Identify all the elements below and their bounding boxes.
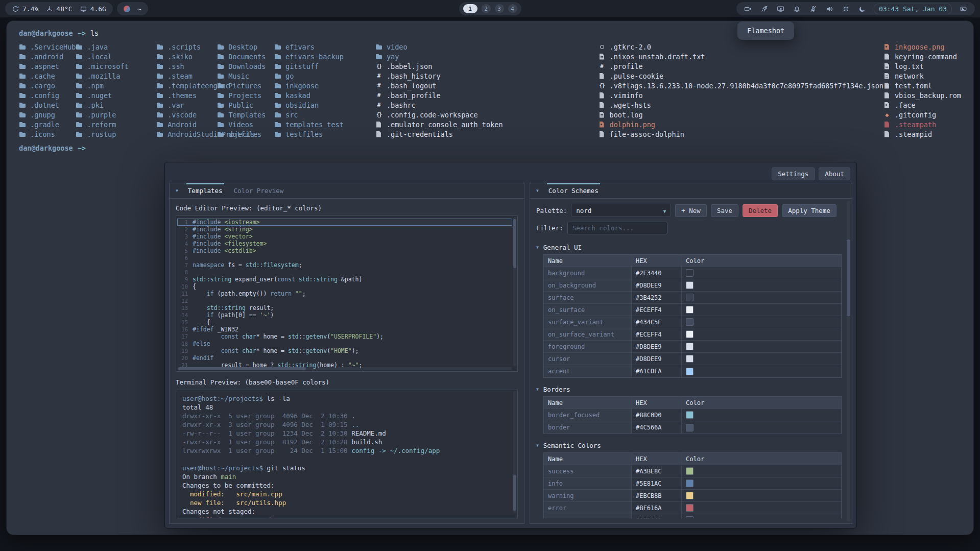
about-button[interactable]: About: [819, 167, 850, 180]
color-row[interactable]: info #5E81AC: [544, 477, 841, 490]
cpu-stat[interactable]: 7.4%: [12, 5, 38, 13]
line-number: 12: [177, 298, 193, 304]
column-header-name: Name: [544, 453, 632, 465]
color-swatch[interactable]: [686, 269, 694, 277]
file-item: .steampid: [883, 129, 961, 139]
color-row[interactable]: error #BF616A: [544, 502, 841, 514]
color-row[interactable]: on_surface_variant #ECEFF4: [544, 328, 841, 341]
temp-value: 48°C: [56, 5, 72, 13]
color-swatch[interactable]: [686, 355, 694, 363]
color-swatch[interactable]: [686, 467, 694, 475]
file-item: dotfiles: [217, 129, 274, 139]
scrollbar-thumb[interactable]: [513, 219, 516, 268]
vertical-scrollbar[interactable]: [513, 217, 516, 366]
color-row[interactable]: cursor #D8DEE9: [544, 353, 841, 365]
scrollbar-thumb[interactable]: [178, 367, 306, 370]
section-title: Borders: [543, 386, 570, 393]
color-row[interactable]: foreground #D8DEE9: [544, 341, 841, 353]
delete-button[interactable]: Delete: [743, 204, 778, 217]
section-header[interactable]: General UI: [536, 241, 846, 254]
table-header-row: Name HEX Color: [544, 453, 841, 465]
settings-button[interactable]: Settings: [772, 167, 815, 180]
new-button[interactable]: + New: [675, 204, 707, 217]
color-row[interactable]: surface #3B4252: [544, 292, 841, 304]
file-name: .ServiceHub: [30, 43, 76, 51]
palette-select[interactable]: nord: [571, 204, 671, 217]
workspace-button[interactable]: 4: [508, 4, 517, 13]
color-swatch[interactable]: [686, 330, 694, 338]
file-icon: [375, 121, 383, 128]
color-row[interactable]: background #2E3440: [544, 267, 841, 279]
screencast-icon[interactable]: [776, 4, 786, 14]
workspace-button[interactable]: 3: [495, 4, 504, 13]
color-swatch[interactable]: [686, 306, 694, 314]
tray-expand-icon[interactable]: [958, 4, 968, 14]
night-light-icon[interactable]: [857, 4, 868, 14]
tab-color-preview[interactable]: Color Preview: [232, 183, 285, 198]
camera-icon[interactable]: [743, 4, 753, 14]
file-name: vbios_backup.rom: [895, 91, 961, 100]
code-editor[interactable]: 1 #include <iostream> 2 #include <string…: [176, 215, 518, 372]
temp-stat[interactable]: 48°C: [45, 5, 72, 13]
vertical-scrollbar[interactable]: [513, 391, 516, 513]
clock[interactable]: 03:43 Sat, Jan 03: [874, 4, 952, 14]
file-item: .pki: [76, 100, 156, 110]
pane-collapse-icon[interactable]: [536, 188, 539, 193]
folder-icon: [217, 43, 224, 51]
apply-theme-button[interactable]: Apply Theme: [782, 204, 836, 217]
color-swatch[interactable]: [686, 411, 694, 419]
color-row[interactable]: on_success #2E3440: [544, 514, 841, 518]
color-row[interactable]: on_background #D8DEE9: [544, 279, 841, 292]
color-row[interactable]: accent #A1CDFA: [544, 365, 841, 377]
mic-off-icon[interactable]: [808, 4, 819, 14]
line-number: 9: [177, 276, 193, 282]
color-swatch[interactable]: [686, 294, 694, 301]
color-row[interactable]: border #4C566A: [544, 421, 841, 434]
tab-color-schemes[interactable]: Color Schemes: [547, 183, 600, 198]
scrollbar-thumb[interactable]: [513, 475, 516, 511]
file-name: .profile: [610, 62, 643, 70]
file-item: Public: [217, 100, 274, 110]
file-column: .gtkrc-2.0 .nixos-unstab.draft.txt .prof…: [599, 42, 883, 139]
terminal-window[interactable]: dan@darkgoose ~> ls .ServiceHub .android: [6, 20, 974, 535]
workspace-button[interactable]: 2: [482, 4, 491, 13]
color-swatch[interactable]: [686, 504, 694, 512]
code-token: &path): [338, 276, 362, 283]
mem-stat[interactable]: 4.6G: [80, 5, 106, 13]
filter-input[interactable]: [567, 222, 667, 234]
color-swatch[interactable]: [686, 368, 694, 375]
bell-icon[interactable]: [792, 4, 802, 14]
workspace-button[interactable]: 1: [463, 4, 477, 13]
tab-templates[interactable]: Templates: [186, 183, 224, 198]
horizontal-scrollbar[interactable]: [177, 367, 512, 370]
brightness-icon[interactable]: [841, 4, 851, 14]
terminal-preview[interactable]: user@host:~/projects$ ls -latotal 48drwx…: [176, 390, 518, 518]
color-swatch[interactable]: [686, 492, 694, 499]
file-name: .bash_profile: [387, 91, 441, 100]
color-row[interactable]: on_surface #ECEFF4: [544, 304, 841, 316]
color-swatch[interactable]: [686, 480, 694, 487]
color-row[interactable]: surface_variant #434C5E: [544, 316, 841, 328]
color-swatch[interactable]: [686, 281, 694, 289]
color-row[interactable]: border_focused #88C0D0: [544, 409, 841, 421]
scrollbar-thumb[interactable]: [847, 239, 850, 316]
color-swatch[interactable]: [686, 516, 694, 518]
save-button[interactable]: Save: [711, 204, 738, 217]
pane-collapse-icon[interactable]: [176, 188, 178, 193]
color-row[interactable]: success #A3BE8C: [544, 465, 841, 477]
section-header[interactable]: Borders: [536, 382, 846, 396]
distro-module[interactable]: ~: [117, 2, 148, 15]
terminal-line: On branch main: [182, 472, 511, 481]
section-header[interactable]: Semantic Colors: [536, 439, 846, 452]
file-item: .ServiceHub: [19, 42, 76, 52]
color-swatch[interactable]: [686, 424, 694, 432]
color-row[interactable]: warning #EBCB8B: [544, 490, 841, 502]
file-item: Templates: [217, 110, 274, 119]
color-swatch[interactable]: [686, 318, 694, 326]
vertical-scrollbar[interactable]: [847, 201, 850, 521]
volume-icon[interactable]: [825, 4, 835, 14]
color-swatch[interactable]: [686, 343, 694, 350]
folder-icon: [274, 121, 281, 128]
rocket-icon[interactable]: [759, 4, 770, 14]
color-hex-cell: #A1CDFA: [632, 365, 682, 377]
